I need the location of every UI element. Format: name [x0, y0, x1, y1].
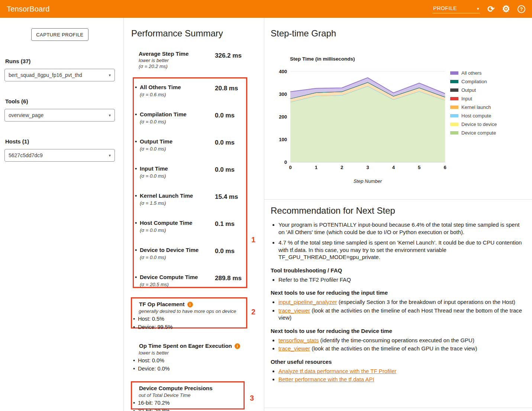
annotation-label-1: 1 — [251, 236, 255, 244]
recommendation-item: Better performance with the tf.data API — [278, 376, 525, 383]
tensorboard-app: TensorBoard PROFILE ▾ ⟳ ⚙ ? CAPTURE PROF… — [0, 0, 532, 411]
recommendation-bullets: Your program is POTENTIALLY input-bound … — [271, 221, 525, 261]
recommendation-item-text: (look at the activities on the timeline … — [310, 345, 477, 352]
metric-sigma: (σ = 20.2 ms) — [139, 64, 255, 69]
section-divider — [264, 199, 532, 200]
bullet-icon: • — [133, 324, 138, 330]
recommendation-item: trace_viewer (look at the activities on … — [278, 345, 525, 352]
chart-title: Step Time (in milliseconds) — [290, 56, 355, 62]
legend-label: Output — [461, 87, 476, 93]
legend-label: Input — [461, 96, 472, 101]
recommendation-item-text: (identify the time-consuming operations … — [319, 337, 474, 343]
svg-text:3: 3 — [366, 165, 369, 170]
step-time-panel: Step-time Graph Step Time (in millisecon… — [264, 18, 532, 411]
tools-dropdown[interactable]: overview_page ▾ — [4, 109, 115, 122]
svg-text:100: 100 — [279, 137, 287, 142]
metric-row: •Output Time(σ = 0.0 ms)0.0 ms — [133, 133, 247, 160]
metric-row: •Kernel Launch Time(σ = 1.5 ms)15.4 ms — [133, 187, 247, 214]
legend-label: Device compute — [461, 130, 496, 136]
block-title: Device Compute Precisions — [139, 385, 245, 391]
block-title-text: Device Compute Precisions — [139, 385, 213, 391]
recommendation-item: trace_viewer (look at the activities on … — [278, 307, 525, 321]
legend-swatch — [450, 71, 458, 75]
x-axis-label: Step Number — [290, 178, 445, 184]
block-title-text: TF Op Placement — [139, 301, 185, 307]
legend-swatch — [450, 123, 458, 126]
metric-value: 0.0 ms — [215, 139, 235, 146]
info-icon[interactable]: i — [235, 343, 240, 349]
svg-text:6: 6 — [444, 165, 446, 170]
annotation-label-3: 3 — [250, 394, 254, 402]
recommendation-item-text: (especially Section 3 for the breakdown … — [337, 299, 515, 305]
bullet-icon: • — [135, 220, 140, 226]
metric-row: •Device Compute Time(σ = 20.5 ms)289.8 m… — [133, 269, 247, 296]
metric-value: 289.8 ms — [215, 275, 242, 282]
legend-item[interactable]: Compilation — [450, 79, 497, 84]
legend-swatch — [450, 97, 458, 100]
block-item: •Host: 0.5% — [133, 315, 245, 322]
recommendation-item: input_pipeline_analyzer (especially Sect… — [278, 298, 525, 306]
svg-text:300: 300 — [279, 91, 287, 97]
hosts-dropdown-value: 5627c5dd7dc9 — [9, 152, 43, 158]
recommendation-link[interactable]: input_pipeline_analyzer — [278, 299, 337, 305]
metric-sigma: (σ = 0.0 ms) — [140, 119, 245, 124]
runs-dropdown[interactable]: bert_squad_8gpu_fp16_pvt_thd ▾ — [4, 69, 115, 81]
annotation-label-2: 2 — [251, 308, 255, 316]
recommendation-heading: Next tools to use for reducing the input… — [271, 289, 525, 296]
legend-item[interactable]: Input — [450, 96, 497, 101]
average-step-time-row: Average Step Time lower is better (σ = 2… — [139, 51, 255, 69]
bullet-icon: • — [133, 315, 138, 322]
tf-op-placement-block: TF Op Placementi generally desired to ha… — [133, 301, 245, 330]
bullet-icon: • — [135, 165, 140, 172]
legend-item[interactable]: Device to device — [450, 122, 497, 127]
header: TensorBoard PROFILE ▾ ⟳ ⚙ ? — [0, 0, 532, 18]
help-icon[interactable]: ? — [518, 5, 525, 13]
hosts-dropdown[interactable]: 5627c5dd7dc9 ▾ — [4, 149, 115, 162]
refresh-icon[interactable]: ⟳ — [487, 5, 494, 13]
block-item: •Device: 0.0% — [133, 365, 245, 372]
legend-label: All others — [461, 70, 481, 76]
svg-text:0: 0 — [284, 159, 287, 165]
legend-item[interactable]: Device compute — [450, 130, 497, 136]
eager-execution-block: Op Time Spent on Eager Executioni lower … — [133, 343, 245, 372]
recommendation-heading: Next tools to use for reducing the Devic… — [271, 327, 525, 334]
metric-row: •Device to Device Time(σ = 0.0 ms)0.0 ms — [133, 242, 247, 269]
bullet-icon: • — [135, 84, 140, 91]
block-title: TF Op Placementi — [139, 301, 245, 307]
metric-sigma: (σ = 0.0 ms) — [140, 227, 245, 233]
legend-label: Host compute — [461, 113, 491, 119]
legend-swatch — [450, 88, 458, 92]
block-item: •32-bit: 29.8% — [133, 408, 245, 411]
bullet-icon: • — [135, 111, 140, 118]
svg-text:1: 1 — [315, 165, 317, 170]
legend-item[interactable]: Host compute — [450, 113, 497, 119]
dashboard-selector[interactable]: PROFILE ▾ — [432, 4, 480, 13]
recommendation-link[interactable]: trace_viewer — [278, 345, 310, 352]
metric-value: 15.4 ms — [215, 193, 238, 201]
chart-legend: All othersCompilationOutputInputKernel l… — [450, 70, 497, 136]
metric-value: 20.8 ms — [215, 85, 238, 92]
info-icon[interactable]: i — [187, 302, 193, 307]
svg-text:0: 0 — [289, 165, 291, 170]
metric-value: 0.1 ms — [215, 220, 235, 228]
recommendation-link[interactable]: trace_viewer — [278, 307, 310, 314]
recommendation-link[interactable]: Analyze tf.data performance with the TF … — [278, 368, 396, 374]
recommendation-list: Analyze tf.data performance with the TF … — [271, 368, 525, 383]
recommendation-link[interactable]: tensorflow_stats — [278, 337, 319, 343]
svg-text:4: 4 — [392, 165, 395, 170]
gear-icon[interactable]: ⚙ — [502, 4, 510, 13]
bullet-icon: • — [135, 247, 140, 253]
legend-item[interactable]: Output — [450, 87, 497, 93]
block-title-text: Op Time Spent on Eager Execution — [139, 343, 232, 349]
step-time-chart: 01002003004000123456 — [277, 66, 452, 171]
sidebar: CAPTURE PROFILE Runs (37) bert_squad_8gp… — [0, 18, 124, 411]
legend-item[interactable]: All others — [450, 70, 497, 76]
metric-value: 0.0 ms — [215, 166, 235, 174]
recommendation-item-text: (look at the activities on the timeline … — [278, 307, 522, 321]
legend-item[interactable]: Kernel launch — [450, 104, 497, 110]
recommendation-link[interactable]: Better performance with the tf.data API — [278, 376, 374, 382]
metric-row: •Compilation Time(σ = 0.0 ms)0.0 ms — [133, 106, 247, 133]
metrics-list: •All Others Time(σ = 0.6 ms)20.8 ms•Comp… — [133, 79, 247, 296]
legend-swatch — [450, 106, 458, 109]
capture-profile-button[interactable]: CAPTURE PROFILE — [31, 28, 88, 41]
